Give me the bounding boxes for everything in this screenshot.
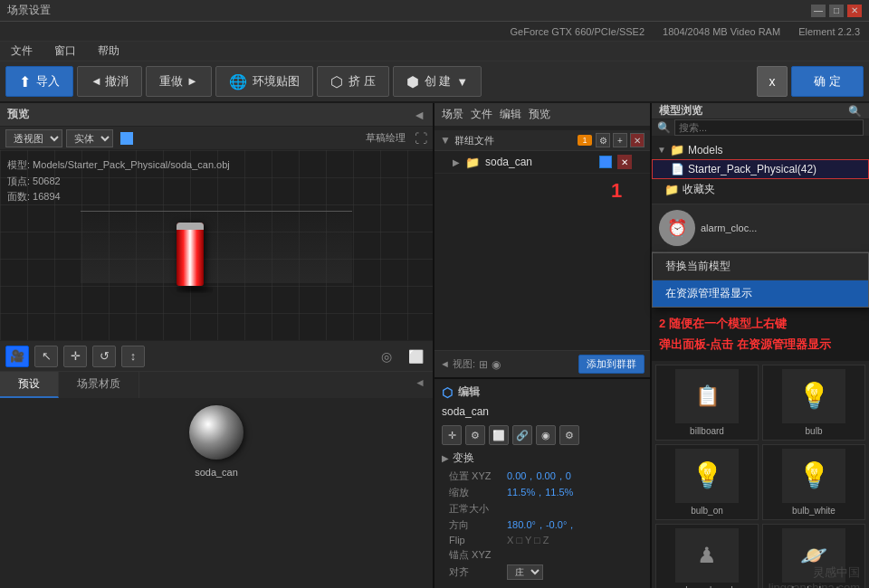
flip-value: X □ Y □ Z	[507, 535, 549, 545]
x-close-button[interactable]: x	[757, 66, 788, 97]
main-toolbar: ⬆ 导入 ◄ 撤消 重做 ► 🌐 环境贴图 ⬡ 挤 压 ⬢ 创 建 ▼ x 确 …	[0, 62, 869, 103]
scene-item-remove[interactable]: ✕	[617, 155, 632, 169]
view-type-select[interactable]: 透视图	[5, 129, 62, 147]
transform-title: 变换	[453, 450, 474, 466]
maximize-button[interactable]: □	[829, 5, 844, 17]
title-bar: 场景设置 — □ ✕	[0, 0, 869, 22]
bulb-white-icon: 💡	[800, 458, 827, 494]
search-input[interactable]	[674, 119, 864, 136]
redo-button[interactable]: 重做 ►	[146, 66, 211, 97]
viewport-bottom-toolbar: 🎥 ↖ ✛ ↺ ↕ ◎ ⬜	[0, 340, 433, 371]
model-tree: ▼ 📁 Models 📄 Starter_Pack_Physical(42) 📁…	[652, 137, 869, 204]
replace-model-menu-item[interactable]: 替换当前模型	[653, 253, 868, 280]
align-select[interactable]: 庄	[507, 564, 543, 580]
et-link-button[interactable]: 🔗	[512, 425, 532, 445]
models-arrow-icon: ▼	[657, 145, 666, 155]
models-root-row[interactable]: ▼ 📁 Models	[652, 140, 869, 159]
tabs-expand-icon[interactable]: ◄	[407, 372, 433, 398]
scale-row: 缩放 11.5%，11.5%	[449, 486, 643, 499]
transform-header[interactable]: ▶ 变换	[442, 450, 643, 466]
group-settings-button[interactable]: ⚙	[596, 133, 610, 147]
scene-menu-preview[interactable]: 预览	[529, 107, 550, 122]
version-info: Element 2.2.3	[798, 26, 860, 37]
position-row: 位置 XYZ 0.00，0.00，0	[449, 469, 643, 483]
create-button[interactable]: ⬢ 创 建 ▼	[393, 66, 482, 97]
model-browser-title: 模型浏览	[659, 103, 845, 119]
monitor-icon-button[interactable]: ⬜	[404, 346, 427, 367]
move-tool-button[interactable]: ✛	[63, 346, 87, 367]
env-map-button[interactable]: 🌐 环境贴图	[215, 66, 313, 97]
select-tool-button[interactable]: ↖	[34, 346, 58, 367]
render-mode-select[interactable]: 实体	[66, 129, 113, 147]
visibility-toggle[interactable]	[599, 156, 612, 168]
circle-view-icon[interactable]: ◉	[492, 358, 501, 371]
models-folder-icon: 📁	[670, 143, 684, 156]
et-move-button[interactable]: ✛	[442, 425, 462, 445]
et-material-button[interactable]: ◉	[536, 425, 556, 445]
view-label: ◄ 视图:	[440, 357, 475, 371]
3d-viewport[interactable]: 模型: Models/Starter_Pack_Physical/soda_ca…	[0, 150, 433, 340]
viewport-expand-icon[interactable]: ◄	[413, 108, 425, 122]
menu-file[interactable]: 文件	[7, 42, 36, 61]
annotation-text: 2 随便在一个模型上右键 弹出面板-点击 在资源管理器显示	[659, 313, 862, 356]
thumb-dead-planet[interactable]: 🪐 dead_planet	[762, 524, 865, 588]
editor-icon: ⬡	[442, 385, 453, 400]
thumb-billboard[interactable]: 📋 billboard	[655, 365, 759, 441]
gpu-info-bar: GeForce GTX 660/PCIe/SSE2 1804/2048 MB V…	[0, 22, 869, 42]
thumb-chess-board[interactable]: ♟ chess_board	[655, 524, 759, 588]
show-in-explorer-menu-item[interactable]: 在资源管理器显示	[653, 280, 868, 307]
context-object-name: alarm_cloc...	[701, 223, 757, 233]
scene-item-soda-can[interactable]: ▶ 📁 soda_can ✕	[434, 151, 650, 174]
model-browser-header: 模型浏览 🔍	[652, 103, 869, 119]
color-swatch[interactable]	[120, 132, 133, 145]
model-display	[177, 223, 213, 293]
billboard-preview: 📋	[675, 369, 739, 423]
minimize-button[interactable]: —	[811, 5, 826, 17]
favorites-label: 收藏夹	[683, 182, 856, 197]
chess-icon: ♟	[697, 543, 717, 568]
thumb-bulb-white[interactable]: 💡 bulb_white	[762, 444, 865, 520]
undo-button[interactable]: ◄ 撤消	[77, 66, 142, 97]
thumb-bulb[interactable]: 💡 bulb	[762, 365, 865, 441]
camera-tool-button[interactable]: 🎥	[5, 346, 29, 367]
extrude-button[interactable]: ⬡ 挤 压	[317, 66, 389, 97]
add-to-group-button[interactable]: 添加到群群	[578, 355, 645, 374]
tab-scene-material[interactable]: 场景材质	[59, 372, 139, 398]
scene-menu-edit[interactable]: 编辑	[500, 107, 521, 122]
et-scale-button[interactable]: ⬜	[489, 425, 509, 445]
editor-section: ⬡ 编辑 soda_can ✛ ⚙ ⬜ 🔗 ◉ ⚙ ▶ 变换 位置 XYZ	[434, 377, 650, 588]
scene-menu-file[interactable]: 文件	[471, 107, 492, 122]
preset-material-ball[interactable]	[189, 405, 244, 460]
confirm-button[interactable]: 确 定	[791, 66, 864, 97]
close-button[interactable]: ✕	[847, 5, 862, 17]
thumb-bulb-on[interactable]: 💡 bulb_on	[655, 444, 759, 520]
viewport-fullscreen-icon[interactable]: ⛶	[415, 131, 427, 146]
starter-pack-row[interactable]: 📄 Starter_Pack_Physical(42)	[652, 159, 869, 179]
position-label: 位置 XYZ	[449, 469, 503, 483]
bulb-on-name: bulb_on	[691, 506, 723, 516]
tab-preset[interactable]: 预设	[0, 372, 59, 398]
scene-item-folder-icon: 📁	[465, 156, 480, 169]
right-panel: 模型浏览 🔍 🔍 ▼ 📁 Models 📄 Starter_Pack_Physi…	[652, 103, 869, 588]
context-menu: 替换当前模型 在资源管理器显示	[652, 252, 869, 308]
et-rotate-button[interactable]: ⚙	[465, 425, 485, 445]
favorites-row[interactable]: 📁 收藏夹	[652, 179, 869, 200]
group-close-button[interactable]: ✕	[630, 133, 645, 147]
vertex-count: 顶点: 50682	[7, 174, 230, 190]
starter-pack-icon: 📄	[671, 163, 684, 175]
scale-tool-button[interactable]: ↕	[121, 346, 145, 367]
menu-help[interactable]: 帮助	[94, 42, 123, 61]
favorites-folder-icon: 📁	[664, 183, 679, 196]
menu-window[interactable]: 窗口	[51, 42, 80, 61]
direction-row: 方向 180.0°，-0.0°，	[449, 518, 643, 532]
import-button[interactable]: ⬆ 导入	[5, 66, 73, 97]
group-add-button[interactable]: +	[613, 133, 627, 147]
scene-title: 场景	[442, 107, 463, 122]
target-icon-button[interactable]: ◎	[375, 346, 398, 367]
group-file-label: 群组文件	[454, 134, 574, 147]
vram-info: 1804/2048 MB Video RAM	[663, 26, 780, 37]
et-settings-button[interactable]: ⚙	[559, 425, 579, 445]
list-view-icon[interactable]: ⊞	[479, 358, 488, 371]
rotate-tool-button[interactable]: ↺	[92, 346, 116, 367]
window-title: 场景设置	[7, 3, 51, 18]
